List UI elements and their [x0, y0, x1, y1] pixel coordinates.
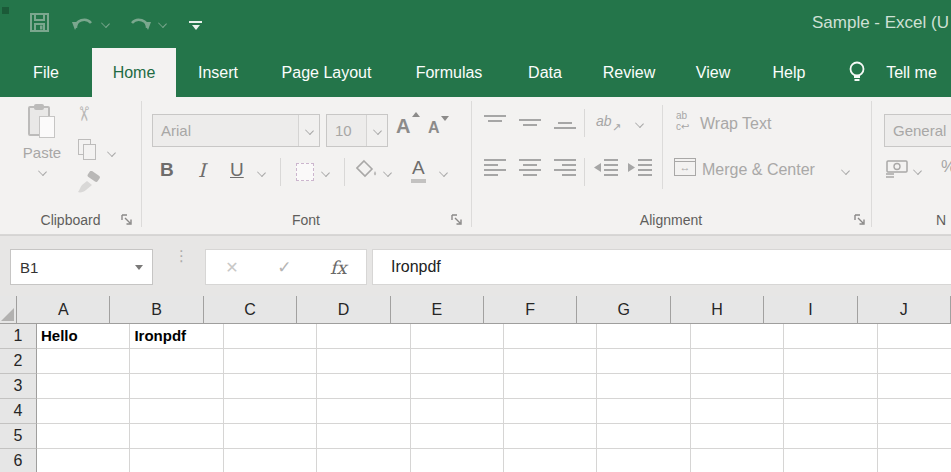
cell-G2[interactable]	[597, 349, 690, 374]
grow-font-button[interactable]: A	[396, 115, 410, 138]
cell-H1[interactable]	[691, 324, 784, 349]
format-painter-icon[interactable]	[74, 171, 104, 197]
row-header-4[interactable]: 4	[0, 399, 37, 424]
fill-color-icon[interactable]	[356, 159, 378, 179]
tab-review[interactable]: Review	[585, 48, 673, 97]
font-name-dropdown-icon[interactable]	[298, 115, 319, 146]
bold-button[interactable]: B	[160, 159, 174, 181]
underline-dropdown-icon[interactable]	[257, 168, 266, 177]
underline-button[interactable]: U	[230, 159, 244, 181]
select-all-button[interactable]	[0, 296, 17, 324]
font-size-combo[interactable]: 10	[326, 114, 388, 147]
cell-B1[interactable]: Ironpdf	[130, 324, 223, 349]
column-header-F[interactable]: F	[484, 296, 577, 324]
cell-C2[interactable]	[224, 349, 317, 374]
cell-C5[interactable]	[224, 424, 317, 449]
cell-I5[interactable]	[784, 424, 877, 449]
paste-dropdown-icon[interactable]	[38, 167, 47, 176]
column-header-G[interactable]: G	[577, 296, 670, 324]
cell-C3[interactable]	[224, 374, 317, 399]
redo-icon[interactable]	[127, 13, 153, 35]
redo-dropdown-icon[interactable]	[158, 19, 167, 28]
cell-F4[interactable]	[504, 399, 597, 424]
column-header-B[interactable]: B	[110, 296, 203, 324]
cell-D4[interactable]	[317, 399, 410, 424]
row-header-5[interactable]: 5	[0, 424, 37, 449]
accounting-format-icon[interactable]	[884, 159, 908, 179]
align-center-icon[interactable]	[517, 157, 543, 179]
cell-B6[interactable]	[130, 449, 223, 472]
tab-insert[interactable]: Insert	[176, 48, 260, 97]
column-header-D[interactable]: D	[297, 296, 390, 324]
cell-D6[interactable]	[317, 449, 410, 472]
merge-center-dropdown-icon[interactable]	[841, 166, 850, 175]
customize-qat-icon[interactable]	[189, 21, 202, 30]
cell-F1[interactable]	[504, 324, 597, 349]
tab-tell-me[interactable]: Tell me	[872, 48, 951, 97]
cell-I4[interactable]	[784, 399, 877, 424]
font-color-dropdown-icon[interactable]	[439, 168, 448, 177]
cell-C1[interactable]	[224, 324, 317, 349]
orientation-icon[interactable]: ab	[596, 113, 612, 129]
row-header-3[interactable]: 3	[0, 374, 37, 399]
enter-icon[interactable]: ✓	[277, 257, 291, 278]
tab-file[interactable]: File	[0, 48, 92, 97]
clipboard-dialog-launcher-icon[interactable]	[120, 213, 133, 226]
tab-formulas[interactable]: Formulas	[393, 48, 505, 97]
cell-H3[interactable]	[691, 374, 784, 399]
cell-J3[interactable]	[878, 374, 951, 399]
cell-A5[interactable]	[37, 424, 130, 449]
italic-button[interactable]: I	[198, 159, 206, 181]
cell-J5[interactable]	[878, 424, 951, 449]
column-header-J[interactable]: J	[858, 296, 951, 324]
increase-indent-icon[interactable]	[626, 157, 654, 179]
tab-view[interactable]: View	[673, 48, 753, 97]
accounting-dropdown-icon[interactable]	[913, 166, 922, 175]
column-header-C[interactable]: C	[204, 296, 297, 324]
borders-dropdown-icon[interactable]	[321, 168, 330, 177]
tab-page-layout[interactable]: Page Layout	[260, 48, 393, 97]
decrease-indent-icon[interactable]	[592, 157, 620, 179]
cell-J4[interactable]	[878, 399, 951, 424]
column-header-E[interactable]: E	[391, 296, 484, 324]
cell-E1[interactable]	[411, 324, 504, 349]
font-color-button[interactable]: A	[412, 157, 425, 179]
cell-H4[interactable]	[691, 399, 784, 424]
cut-icon[interactable]: ✂	[72, 106, 96, 123]
row-header-1[interactable]: 1	[0, 324, 37, 349]
cell-B4[interactable]	[130, 399, 223, 424]
font-size-dropdown-icon[interactable]	[366, 115, 387, 146]
alignment-dialog-launcher-icon[interactable]	[853, 213, 866, 226]
name-box[interactable]: B1	[10, 249, 153, 285]
column-header-I[interactable]: I	[764, 296, 857, 324]
cell-G6[interactable]	[597, 449, 690, 472]
row-header-2[interactable]: 2	[0, 349, 37, 374]
cell-B2[interactable]	[130, 349, 223, 374]
cell-F2[interactable]	[504, 349, 597, 374]
fill-color-dropdown-icon[interactable]	[383, 168, 392, 177]
align-left-icon[interactable]	[482, 157, 508, 179]
shrink-font-button[interactable]: A	[428, 119, 440, 137]
align-middle-icon[interactable]	[517, 113, 543, 131]
merge-center-button[interactable]: Merge & Center	[702, 161, 815, 179]
cell-E3[interactable]	[411, 374, 504, 399]
font-dialog-launcher-icon[interactable]	[450, 213, 463, 226]
cancel-icon[interactable]: ✕	[225, 258, 238, 277]
orientation-dropdown-icon[interactable]	[635, 119, 644, 128]
cell-H6[interactable]	[691, 449, 784, 472]
undo-icon[interactable]	[70, 13, 96, 35]
cell-I1[interactable]	[784, 324, 877, 349]
align-bottom-icon[interactable]	[552, 113, 578, 131]
cell-J6[interactable]	[878, 449, 951, 472]
column-header-H[interactable]: H	[671, 296, 764, 324]
cell-J2[interactable]	[878, 349, 951, 374]
align-right-icon[interactable]	[552, 157, 578, 179]
cell-E5[interactable]	[411, 424, 504, 449]
copy-dropdown-icon[interactable]	[107, 148, 116, 157]
cell-A1[interactable]: Hello	[37, 324, 130, 349]
cell-D2[interactable]	[317, 349, 410, 374]
formula-bar-input[interactable]: Ironpdf	[372, 249, 951, 285]
percent-style-button[interactable]: %	[941, 157, 951, 177]
tab-help[interactable]: Help	[748, 48, 830, 97]
copy-icon[interactable]	[78, 139, 100, 161]
